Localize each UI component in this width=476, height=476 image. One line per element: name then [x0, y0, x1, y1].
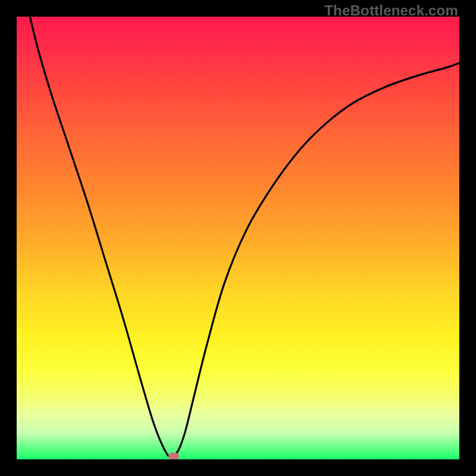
min-marker	[168, 453, 179, 459]
plot-area	[17, 17, 459, 459]
chart-frame: TheBottleneck.com	[0, 0, 476, 476]
curve-svg	[17, 17, 459, 459]
bottleneck-curve	[30, 17, 459, 457]
